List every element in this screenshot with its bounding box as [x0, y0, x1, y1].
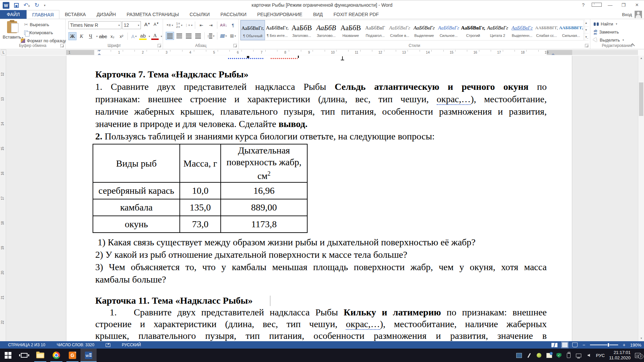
- highlight-button[interactable]: ab: [139, 32, 147, 40]
- style-tile-intense-reference[interactable]: ААББВВГГ,Сильная...: [559, 20, 583, 40]
- question-line[interactable]: 1) Какая связь существует между образом …: [95, 236, 547, 248]
- tab-design[interactable]: ДИЗАЙН: [91, 10, 121, 19]
- proofing-status-icon[interactable]: [106, 343, 110, 347]
- tab-references[interactable]: ССЫЛКИ: [184, 10, 215, 19]
- scroll-down-arrow[interactable]: ▼: [638, 336, 644, 341]
- font-color-button[interactable]: А: [151, 32, 159, 40]
- styles-scroll-up-button[interactable]: ▲: [584, 20, 589, 27]
- style-tile-quote2[interactable]: АаБбВвГгЦитата 2: [485, 20, 510, 40]
- font-size-select[interactable]: 12▾: [122, 21, 141, 29]
- tray-clock[interactable]: 21:17:01 11.02.2020: [609, 350, 631, 361]
- right-indent-marker[interactable]: [551, 53, 555, 55]
- grow-font-button[interactable]: А▲: [143, 21, 152, 27]
- start-button[interactable]: [0, 349, 16, 362]
- italic-button[interactable]: К: [77, 32, 86, 40]
- styles-scroll-down-button[interactable]: ▼: [584, 27, 589, 34]
- pen-app-icon[interactable]: [526, 353, 532, 358]
- styles-more-button[interactable]: ▼̲: [584, 34, 589, 41]
- shrink-font-button[interactable]: А▼: [152, 21, 160, 27]
- k11-title[interactable]: Карточка 11. Тема «Надкласс Рыбы»: [95, 294, 547, 307]
- usb-device-icon[interactable]: [566, 353, 572, 358]
- minimize-button[interactable]: —: [605, 2, 615, 8]
- tray-language[interactable]: РУС: [596, 353, 605, 358]
- document-area[interactable]: Карточка 7. Тема «Надкласс Рыбы» 1. Срав…: [0, 56, 644, 341]
- horizontal-ruler[interactable]: 1 12345678910111213141516171819: [7, 50, 638, 55]
- align-right-button[interactable]: [184, 32, 193, 40]
- k7-line[interactable]: значение в природе и для человека. Сдела…: [95, 118, 547, 130]
- align-center-button[interactable]: [175, 32, 183, 40]
- question-line[interactable]: 3) Чем объясняется то, что у камбалы мен…: [95, 261, 547, 273]
- k7-title[interactable]: Карточка 7. Тема «Надкласс Рыбы»: [95, 68, 547, 80]
- k11-line[interactable]: 1. Сравните двух представителей надкласс…: [95, 306, 547, 318]
- close-button[interactable]: ×: [632, 2, 642, 8]
- bullets-button[interactable]: •≡▾: [166, 21, 174, 29]
- fish-table[interactable]: Виды рыб Масса, г Дыхательная поверхност…: [93, 144, 308, 233]
- question-line[interactable]: камбалы больше?: [95, 273, 547, 286]
- font-color-dropdown[interactable]: ▾: [161, 35, 162, 38]
- k7-line[interactable]: 2. Пользуясь таблицей и знаниями курса б…: [95, 130, 547, 142]
- font-name-select[interactable]: Times New R▾: [68, 21, 121, 29]
- scrollbar-thumb[interactable]: [639, 82, 643, 116]
- network-icon[interactable]: [576, 353, 582, 358]
- strikethrough-button[interactable]: abc: [99, 32, 107, 40]
- multilevel-list-button[interactable]: ⋮≡▾: [184, 21, 193, 29]
- bold-button[interactable]: Ж: [68, 32, 76, 40]
- line-spacing-button[interactable]: ↕▾: [207, 32, 215, 40]
- style-tile-intense-emphasis[interactable]: АаБбВвГгСильное...: [436, 20, 461, 40]
- tab-review[interactable]: РЕЦЕНЗИРОВАНИЕ: [252, 10, 308, 19]
- style-tile-subtitle[interactable]: АаБбВвГПодзагол...: [363, 20, 387, 40]
- zoom-level[interactable]: 190%: [630, 343, 641, 348]
- indent-markers[interactable]: [97, 50, 101, 55]
- tab-selector[interactable]: L: [1, 50, 6, 55]
- style-tile-strong[interactable]: АаБбВвГг,Строгий: [461, 20, 485, 40]
- k7-line[interactable]: 1. Сравните двух представителей надкласс…: [95, 80, 547, 93]
- style-tile-emphasis[interactable]: АаБбВвГгВыделение: [412, 20, 436, 40]
- tab-foxit[interactable]: FOXIT READER PDF: [328, 10, 384, 19]
- security-shield-icon[interactable]: ✓: [556, 353, 561, 358]
- sort-button[interactable]: АЯ↓: [219, 21, 228, 29]
- style-tile-no-spacing[interactable]: АаБбВвГг,¶ Без инте...: [265, 20, 289, 40]
- find-button[interactable]: Найти▾: [594, 20, 624, 27]
- copy-button[interactable]: Копировать: [24, 29, 53, 36]
- superscript-button[interactable]: x²: [117, 32, 125, 40]
- clipboard-dialog-launcher[interactable]: [60, 44, 64, 48]
- download-manager-icon[interactable]: [536, 353, 542, 358]
- k11-line[interactable]: крышек, плавательного пузыря, тип питани…: [95, 329, 547, 341]
- vertical-scrollbar[interactable]: ▲ ▼: [638, 56, 644, 341]
- tab-file[interactable]: ФАЙЛ: [0, 10, 26, 19]
- read-mode-button[interactable]: [551, 343, 557, 347]
- style-tile-heading2[interactable]: АаБбВЗаголово...: [314, 20, 338, 40]
- remote-app-icon[interactable]: [516, 353, 522, 358]
- vertical-ruler[interactable]: 1213141516171819202122: [0, 56, 6, 341]
- replace-button[interactable]: abac Заменить: [594, 28, 624, 36]
- highlight-dropdown[interactable]: ▾: [149, 35, 150, 38]
- font-dialog-launcher[interactable]: [158, 44, 161, 48]
- style-tile-normal[interactable]: АаБбВвГг,¶ Обычный: [240, 20, 265, 40]
- notes-app-icon[interactable]: [546, 353, 552, 358]
- tab-page-layout[interactable]: РАЗМЕТКА СТРАНИЦЫ: [121, 10, 184, 19]
- zoom-slider-thumb[interactable]: [607, 343, 609, 347]
- style-tile-intense-quote[interactable]: АаБбВвГгВыделенн...: [510, 20, 534, 40]
- underline-dropdown[interactable]: ▾: [96, 35, 98, 38]
- action-center-button[interactable]: 2: [635, 353, 641, 358]
- style-tile-heading1[interactable]: АаБбВЗаголово...: [289, 20, 314, 40]
- k7-line[interactable]: наличие жаберных крышек, плавательного п…: [95, 105, 547, 118]
- foxit-reader-button[interactable]: G: [64, 349, 80, 362]
- question-line[interactable]: 2) У какой из рыб отношение дыхательной …: [95, 248, 547, 261]
- word-count[interactable]: ЧИСЛО СЛОВ: 3320: [57, 343, 94, 347]
- web-layout-button[interactable]: [572, 343, 578, 347]
- avatar[interactable]: [635, 11, 642, 18]
- print-layout-button[interactable]: [562, 343, 568, 347]
- cut-button[interactable]: ✂Вырезать: [24, 21, 49, 28]
- select-button[interactable]: Выделить▾: [594, 37, 624, 44]
- paragraph-dialog-launcher[interactable]: [233, 44, 237, 48]
- numbering-button[interactable]: 1≡2≡▾: [175, 21, 183, 29]
- tab-mailings[interactable]: РАССЫЛКИ: [215, 10, 252, 19]
- decrease-indent-button[interactable]: ⇤: [197, 21, 206, 29]
- help-button[interactable]: ?: [578, 2, 588, 8]
- restore-button[interactable]: ❐: [619, 2, 629, 8]
- zoom-out-button[interactable]: −: [582, 342, 585, 348]
- pilcrow-button[interactable]: ¶: [229, 21, 237, 29]
- file-explorer-button[interactable]: [32, 349, 48, 362]
- k11-line[interactable]: строение и характеристики (длина, вес, т…: [95, 318, 547, 330]
